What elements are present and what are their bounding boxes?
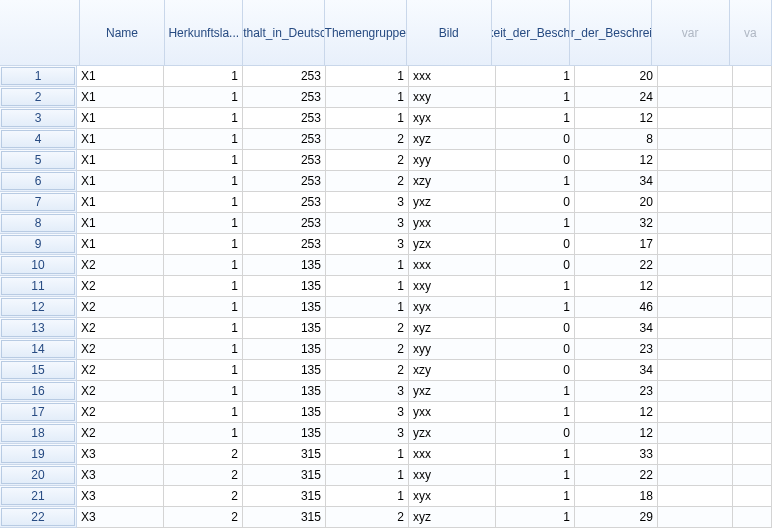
- cell-herkunft[interactable]: 1: [164, 192, 243, 213]
- cell-empty[interactable]: [733, 129, 772, 150]
- cell-name[interactable]: X1: [77, 192, 164, 213]
- cell-empty[interactable]: [658, 465, 733, 486]
- table-row[interactable]: 22X323152xyz129: [0, 507, 772, 528]
- row-header[interactable]: 17: [0, 402, 77, 423]
- cell-name[interactable]: X3: [77, 486, 164, 507]
- table-row[interactable]: 21X323151xyx118: [0, 486, 772, 507]
- cell-herkunft[interactable]: 1: [164, 297, 243, 318]
- cell-aufenthalt[interactable]: 135: [243, 297, 326, 318]
- table-row[interactable]: 6X112532xzy134: [0, 171, 772, 192]
- cell-herkunft[interactable]: 2: [164, 507, 243, 528]
- row-header[interactable]: 7: [0, 192, 77, 213]
- table-row[interactable]: 4X112532xyz08: [0, 129, 772, 150]
- cell-dauer[interactable]: 32: [575, 213, 658, 234]
- cell-themengruppe[interactable]: 2: [326, 171, 409, 192]
- cell-bild[interactable]: xyz: [409, 129, 496, 150]
- cell-empty[interactable]: [733, 381, 772, 402]
- cell-richtigkeit[interactable]: 0: [496, 129, 575, 150]
- cell-themengruppe[interactable]: 2: [326, 339, 409, 360]
- cell-bild[interactable]: xyx: [409, 486, 496, 507]
- cell-herkunft[interactable]: 1: [164, 360, 243, 381]
- cell-bild[interactable]: yxx: [409, 213, 496, 234]
- table-row[interactable]: 7X112533yxz020: [0, 192, 772, 213]
- row-header[interactable]: 13: [0, 318, 77, 339]
- cell-richtigkeit[interactable]: 1: [496, 465, 575, 486]
- col-header-name[interactable]: Name: [80, 0, 165, 66]
- cell-empty[interactable]: [658, 423, 733, 444]
- cell-empty[interactable]: [733, 150, 772, 171]
- cell-themengruppe[interactable]: 1: [326, 297, 409, 318]
- cell-empty[interactable]: [733, 507, 772, 528]
- cell-empty[interactable]: [658, 108, 733, 129]
- table-row[interactable]: 2X112531xxy124: [0, 87, 772, 108]
- cell-dauer[interactable]: 12: [575, 150, 658, 171]
- cell-aufenthalt[interactable]: 135: [243, 360, 326, 381]
- cell-herkunft[interactable]: 1: [164, 423, 243, 444]
- cell-bild[interactable]: yxx: [409, 402, 496, 423]
- cell-richtigkeit[interactable]: 1: [496, 66, 575, 87]
- cell-empty[interactable]: [658, 87, 733, 108]
- table-row[interactable]: 20X323151xxy122: [0, 465, 772, 486]
- cell-themengruppe[interactable]: 3: [326, 423, 409, 444]
- cell-dauer[interactable]: 29: [575, 507, 658, 528]
- cell-richtigkeit[interactable]: 1: [496, 276, 575, 297]
- cell-empty[interactable]: [733, 171, 772, 192]
- cell-empty[interactable]: [733, 465, 772, 486]
- row-header[interactable]: 10: [0, 255, 77, 276]
- cell-themengruppe[interactable]: 1: [326, 255, 409, 276]
- cell-herkunft[interactable]: 2: [164, 465, 243, 486]
- table-row[interactable]: 16X211353yxz123: [0, 381, 772, 402]
- cell-empty[interactable]: [733, 276, 772, 297]
- cell-bild[interactable]: xyx: [409, 108, 496, 129]
- row-header[interactable]: 5: [0, 150, 77, 171]
- cell-themengruppe[interactable]: 2: [326, 318, 409, 339]
- cell-name[interactable]: X2: [77, 255, 164, 276]
- cell-empty[interactable]: [733, 402, 772, 423]
- cell-bild[interactable]: xyy: [409, 339, 496, 360]
- cell-aufenthalt[interactable]: 135: [243, 276, 326, 297]
- cell-name[interactable]: X2: [77, 318, 164, 339]
- cell-richtigkeit[interactable]: 1: [496, 402, 575, 423]
- cell-richtigkeit[interactable]: 1: [496, 507, 575, 528]
- row-header[interactable]: 4: [0, 129, 77, 150]
- row-header[interactable]: 14: [0, 339, 77, 360]
- cell-dauer[interactable]: 23: [575, 339, 658, 360]
- cell-empty[interactable]: [658, 192, 733, 213]
- cell-herkunft[interactable]: 1: [164, 150, 243, 171]
- cell-themengruppe[interactable]: 2: [326, 150, 409, 171]
- cell-aufenthalt[interactable]: 315: [243, 444, 326, 465]
- cell-name[interactable]: X2: [77, 297, 164, 318]
- table-row[interactable]: 3X112531xyx112: [0, 108, 772, 129]
- cell-empty[interactable]: [733, 192, 772, 213]
- cell-herkunft[interactable]: 1: [164, 339, 243, 360]
- cell-empty[interactable]: [658, 381, 733, 402]
- cell-bild[interactable]: xxx: [409, 66, 496, 87]
- corner-cell[interactable]: [0, 0, 80, 66]
- table-row[interactable]: 15X211352xzy034: [0, 360, 772, 381]
- row-header[interactable]: 20: [0, 465, 77, 486]
- cell-richtigkeit[interactable]: 1: [496, 486, 575, 507]
- cell-aufenthalt[interactable]: 135: [243, 381, 326, 402]
- cell-empty[interactable]: [658, 129, 733, 150]
- cell-name[interactable]: X3: [77, 444, 164, 465]
- cell-themengruppe[interactable]: 1: [326, 87, 409, 108]
- table-row[interactable]: 13X211352xyz034: [0, 318, 772, 339]
- cell-aufenthalt[interactable]: 253: [243, 129, 326, 150]
- cell-richtigkeit[interactable]: 1: [496, 444, 575, 465]
- col-header-aufenthalt[interactable]: Aufenthalt_in_Deutschland: [243, 0, 325, 66]
- cell-bild[interactable]: xxx: [409, 444, 496, 465]
- cell-richtigkeit[interactable]: 1: [496, 381, 575, 402]
- cell-herkunft[interactable]: 1: [164, 234, 243, 255]
- cell-name[interactable]: X2: [77, 402, 164, 423]
- cell-dauer[interactable]: 24: [575, 87, 658, 108]
- table-row[interactable]: 19X323151xxx133: [0, 444, 772, 465]
- row-header[interactable]: 19: [0, 444, 77, 465]
- cell-empty[interactable]: [733, 339, 772, 360]
- cell-richtigkeit[interactable]: 0: [496, 255, 575, 276]
- cell-empty[interactable]: [658, 297, 733, 318]
- cell-herkunft[interactable]: 1: [164, 108, 243, 129]
- cell-empty[interactable]: [733, 444, 772, 465]
- table-row[interactable]: 5X112532xyy012: [0, 150, 772, 171]
- cell-empty[interactable]: [733, 66, 772, 87]
- cell-richtigkeit[interactable]: 1: [496, 171, 575, 192]
